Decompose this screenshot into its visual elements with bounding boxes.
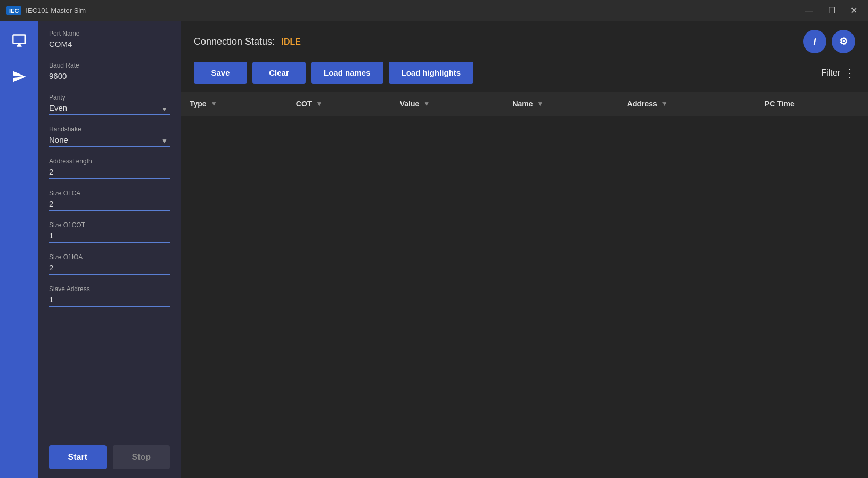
start-button[interactable]: Start (49, 445, 107, 469)
maximize-button[interactable]: ☐ (824, 4, 840, 17)
handshake-select-wrapper: None XOnXOff RequestToSend RequestToSend… (49, 135, 170, 147)
app-body: Port Name Baud Rate Parity None Even Odd… (0, 21, 868, 478)
handshake-label: Handshake (49, 126, 170, 133)
action-buttons: Start Stop (49, 445, 170, 469)
baud-rate-group: Baud Rate (49, 62, 170, 83)
slave-address-input[interactable] (49, 295, 170, 307)
connection-bar: Connection Status: IDLE i ⚙ (181, 21, 868, 62)
connection-status: Connection Status: IDLE (194, 36, 301, 47)
save-button[interactable]: Save (194, 62, 247, 84)
port-name-label: Port Name (49, 30, 170, 37)
col-name: Name ▼ (504, 92, 618, 116)
size-of-ioa-label: Size Of IOA (49, 253, 170, 261)
address-filter-icon[interactable]: ▼ (661, 100, 668, 108)
handshake-select[interactable]: None XOnXOff RequestToSend RequestToSend… (49, 135, 170, 147)
col-address: Address ▼ (619, 92, 756, 116)
clear-button[interactable]: Clear (252, 62, 306, 84)
parity-label: Parity (49, 94, 170, 101)
slave-address-group: Slave Address (49, 285, 170, 307)
cot-filter-icon[interactable]: ▼ (316, 100, 322, 108)
parity-select[interactable]: None Even Odd Mark Space (49, 103, 170, 115)
size-of-ca-label: Size Of CA (49, 189, 170, 197)
size-of-cot-group: Size Of COT (49, 221, 170, 243)
tools-button[interactable]: ⚙ (832, 30, 855, 53)
handshake-group: Handshake None XOnXOff RequestToSend Req… (49, 126, 170, 147)
filter-area: Filter ⋮ (821, 67, 855, 79)
connection-status-value: IDLE (282, 37, 301, 46)
address-length-label: AddressLength (49, 158, 170, 165)
connection-label: Connection Status: (194, 36, 275, 47)
slave-address-label: Slave Address (49, 285, 170, 293)
parity-group: Parity None Even Odd Mark Space ▼ (49, 94, 170, 115)
baud-rate-input[interactable] (49, 71, 170, 83)
send-icon (12, 69, 27, 84)
col-pc-time: PC Time (756, 92, 868, 116)
address-length-input[interactable] (49, 167, 170, 179)
info-icon: i (813, 36, 816, 47)
sidebar-icons (0, 21, 38, 478)
title-bar: IEC IEC101 Master Sim — ☐ ✕ (0, 0, 868, 21)
table-header-row: Type ▼ COT ▼ Value (181, 92, 868, 116)
stop-button[interactable]: Stop (113, 445, 170, 469)
baud-rate-label: Baud Rate (49, 62, 170, 69)
size-of-cot-label: Size Of COT (49, 221, 170, 229)
address-length-group: AddressLength (49, 158, 170, 179)
tools-icon: ⚙ (839, 36, 848, 47)
top-right-icons: i ⚙ (803, 30, 855, 53)
main-content: Connection Status: IDLE i ⚙ Save Clear L… (181, 21, 868, 478)
parity-select-wrapper: None Even Odd Mark Space ▼ (49, 103, 170, 115)
left-panel: Port Name Baud Rate Parity None Even Odd… (38, 21, 181, 478)
data-table-area: Type ▼ COT ▼ Value (181, 92, 868, 478)
app-title: IEC101 Master Sim (26, 6, 800, 14)
sidebar-send-button[interactable] (6, 64, 32, 89)
size-of-ca-input[interactable] (49, 199, 170, 211)
name-filter-icon[interactable]: ▼ (537, 100, 544, 108)
load-highlights-button[interactable]: Load highlights (389, 62, 474, 84)
close-button[interactable]: ✕ (846, 4, 862, 17)
type-filter-icon[interactable]: ▼ (211, 100, 217, 108)
port-name-input[interactable] (49, 39, 170, 51)
col-type: Type ▼ (181, 92, 288, 116)
filter-menu-icon[interactable]: ⋮ (845, 67, 855, 79)
window-controls: — ☐ ✕ (800, 4, 862, 17)
size-of-ioa-group: Size Of IOA (49, 253, 170, 275)
monitor-icon (12, 33, 27, 48)
info-button[interactable]: i (803, 30, 826, 53)
port-name-group: Port Name (49, 30, 170, 51)
filter-label: Filter (821, 68, 840, 78)
minimize-button[interactable]: — (800, 4, 817, 17)
toolbar: Save Clear Load names Load highlights Fi… (181, 62, 868, 92)
app-logo: IEC (6, 6, 21, 15)
data-table: Type ▼ COT ▼ Value (181, 92, 868, 116)
size-of-cot-input[interactable] (49, 231, 170, 243)
col-value: Value ▼ (391, 92, 504, 116)
col-cot: COT ▼ (288, 92, 391, 116)
size-of-ca-group: Size Of CA (49, 189, 170, 211)
sidebar-monitor-button[interactable] (6, 28, 32, 53)
value-filter-icon[interactable]: ▼ (423, 100, 430, 108)
load-names-button[interactable]: Load names (311, 62, 383, 84)
size-of-ioa-input[interactable] (49, 263, 170, 275)
